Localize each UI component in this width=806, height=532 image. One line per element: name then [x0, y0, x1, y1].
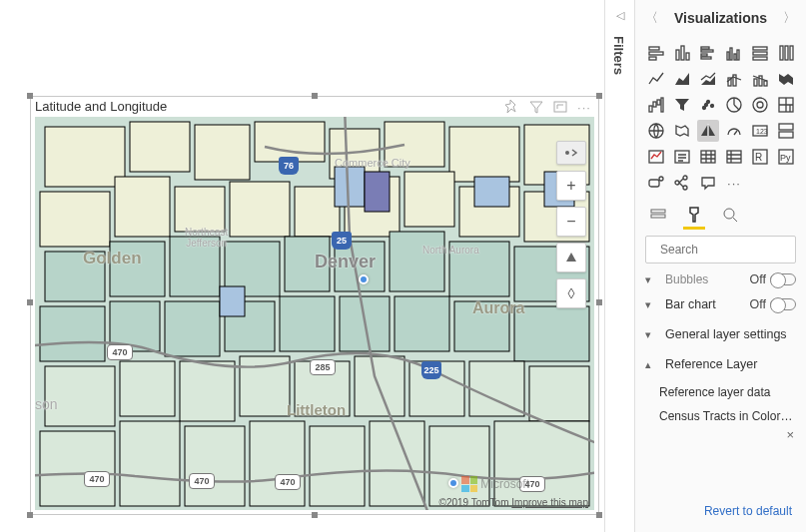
svg-rect-38 — [474, 177, 509, 207]
viz-qa-icon[interactable] — [697, 172, 719, 194]
visual-header-actions: ··· — [504, 99, 592, 115]
svg-rect-49 — [469, 361, 524, 416]
more-options-icon[interactable]: ··· — [576, 99, 592, 115]
viz-line-icon[interactable] — [645, 68, 667, 90]
tab-fields[interactable] — [647, 202, 669, 230]
viz-more-icon[interactable]: ··· — [723, 172, 745, 194]
viz-waterfall-icon[interactable] — [645, 94, 667, 116]
map-control-stack: + − — [556, 141, 586, 308]
report-canvas: Latitude and Longitude ··· — [0, 0, 599, 532]
svg-rect-105 — [727, 151, 741, 163]
svg-rect-84 — [764, 81, 767, 86]
viz-r-icon[interactable]: R — [749, 146, 771, 168]
svg-point-91 — [711, 105, 714, 108]
section-general-layer[interactable]: ▾ General layer settings — [645, 319, 796, 349]
viz-combo1-icon[interactable] — [723, 68, 745, 90]
svg-rect-30 — [165, 301, 220, 356]
viz-card-icon[interactable]: 123 — [749, 120, 771, 142]
viz-stacked-column-icon[interactable] — [671, 42, 693, 64]
selection-handle[interactable] — [312, 512, 318, 518]
viz-kpi-icon[interactable] — [645, 146, 667, 168]
viz-matrix-icon[interactable] — [723, 146, 745, 168]
viz-collapse-right-icon[interactable]: 〉 — [783, 9, 796, 27]
data-point-2[interactable] — [448, 478, 458, 488]
improve-map-link[interactable]: Improve this map — [511, 497, 588, 508]
tab-format[interactable] — [683, 202, 705, 230]
tab-analytics[interactable] — [719, 202, 741, 230]
viz-stacked-bar-icon[interactable] — [645, 42, 667, 64]
svg-rect-73 — [737, 50, 739, 60]
filters-pane-collapsed[interactable]: ◁ Filters — [604, 0, 634, 532]
selection-handle[interactable] — [596, 512, 602, 518]
interstate-shield-76: 76 — [279, 157, 299, 175]
viz-gauge-icon[interactable] — [723, 120, 745, 142]
viz-funnel-icon[interactable] — [671, 94, 693, 116]
filters-expand-icon[interactable]: ◁ — [605, 0, 635, 30]
toggle-switch[interactable] — [770, 298, 796, 310]
clear-reference-button[interactable]: × — [659, 427, 796, 443]
viz-stacked-area-icon[interactable] — [697, 68, 719, 90]
map-collapse-button[interactable] — [556, 141, 586, 165]
toggle-switch[interactable] — [770, 273, 796, 285]
viz-decomposition-icon[interactable] — [671, 172, 693, 194]
viz-scatter-icon[interactable] — [697, 94, 719, 116]
svg-rect-60 — [649, 47, 659, 50]
section-bubbles-partial[interactable]: ▾ Bubbles Off — [645, 269, 796, 289]
svg-rect-43 — [120, 361, 175, 416]
route-shield-470b: 470 — [84, 471, 110, 487]
viz-combo2-icon[interactable] — [749, 68, 771, 90]
viz-clustered-column-icon[interactable] — [723, 42, 745, 64]
svg-rect-11 — [115, 177, 170, 237]
pitch-button[interactable] — [556, 243, 586, 272]
svg-rect-78 — [785, 46, 788, 60]
map-canvas[interactable]: Denver Golden Aurora Littleton Commerce … — [35, 117, 594, 510]
viz-key-influencers-icon[interactable] — [645, 172, 667, 194]
viz-python-icon[interactable]: Py — [775, 146, 797, 168]
section-bar-chart[interactable]: ▾ Bar chart Off — [645, 289, 796, 319]
viz-100-bar-icon[interactable] — [749, 42, 771, 64]
viz-filled-map-icon[interactable] — [671, 120, 693, 142]
viz-100-column-icon[interactable] — [775, 42, 797, 64]
format-section-list: ▾ Bubbles Off ▾ Bar chart Off ▾ General … — [635, 269, 806, 490]
svg-rect-41 — [365, 172, 390, 212]
reference-layer-value[interactable]: Census Tracts in Colorado... — [659, 403, 796, 427]
svg-rect-20 — [110, 242, 165, 296]
svg-rect-26 — [449, 242, 509, 296]
chevron-down-icon: ▾ — [645, 298, 657, 311]
selection-handle[interactable] — [27, 299, 33, 305]
zoom-out-button[interactable]: − — [556, 207, 586, 237]
viz-area-icon[interactable] — [671, 68, 693, 90]
viz-treemap-icon[interactable] — [775, 94, 797, 116]
viz-pie-icon[interactable] — [723, 94, 745, 116]
style-button[interactable] — [556, 278, 586, 308]
viz-ribbon-icon[interactable] — [775, 68, 797, 90]
map-visual-container[interactable]: Latitude and Longitude ··· — [30, 96, 599, 515]
revert-to-default-link[interactable]: Revert to default — [635, 490, 806, 532]
viz-clustered-bar-icon[interactable] — [697, 42, 719, 64]
viz-map-icon[interactable] — [645, 120, 667, 142]
svg-rect-65 — [686, 53, 689, 60]
viz-slicer-icon[interactable] — [671, 146, 693, 168]
viz-table-icon[interactable] — [697, 146, 719, 168]
interstate-shield-25: 25 — [332, 232, 352, 250]
selection-handle[interactable] — [596, 93, 602, 99]
search-field[interactable] — [660, 243, 806, 257]
visualizations-title: Visualizations — [674, 10, 767, 26]
selection-handle[interactable] — [27, 512, 33, 518]
selection-handle[interactable] — [596, 299, 602, 305]
viz-azure-map-icon[interactable] — [697, 120, 719, 142]
selection-handle[interactable] — [312, 93, 318, 99]
section-reference-layer[interactable]: ▴ Reference Layer — [645, 349, 796, 379]
zoom-in-button[interactable]: + — [556, 171, 586, 201]
focus-mode-icon[interactable] — [552, 99, 568, 115]
viz-multi-card-icon[interactable] — [775, 120, 797, 142]
viz-collapse-left-icon[interactable]: 〈 — [645, 9, 658, 27]
svg-rect-34 — [395, 296, 449, 351]
data-point-1[interactable] — [359, 274, 369, 284]
pin-icon[interactable] — [504, 99, 520, 115]
svg-rect-0 — [554, 102, 566, 112]
viz-donut-icon[interactable] — [749, 94, 771, 116]
format-search-input[interactable] — [645, 236, 796, 264]
selection-handle[interactable] — [27, 93, 33, 99]
filter-icon[interactable] — [528, 99, 544, 115]
